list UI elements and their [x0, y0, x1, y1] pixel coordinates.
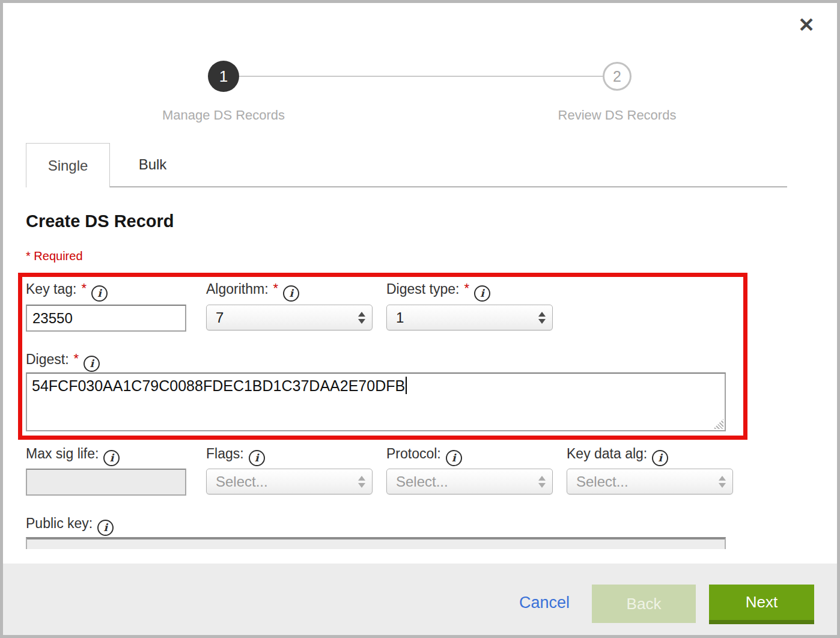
- digest-type-select[interactable]: 1: [386, 305, 553, 330]
- resize-handle-icon[interactable]: [713, 419, 723, 429]
- tabs-underline: [26, 186, 787, 187]
- algorithm-label: Algorithm:*i: [206, 281, 299, 302]
- select-stepper-icon: [532, 312, 552, 324]
- protocol-label-text: Protocol:: [386, 446, 441, 461]
- digest-textarea[interactable]: 54FCF030AA1C79C0088FDEC1BD1C37DAA2E70DFB: [26, 372, 726, 431]
- page-title: Create DS Record: [26, 211, 174, 231]
- info-icon[interactable]: i: [446, 450, 462, 466]
- step-2-indicator: 2: [603, 62, 632, 91]
- cancel-button[interactable]: Cancel: [519, 594, 570, 612]
- text-cursor: [406, 377, 407, 394]
- key-tag-input[interactable]: [26, 305, 186, 332]
- flags-select-value: Select...: [207, 473, 352, 490]
- info-icon[interactable]: i: [84, 356, 100, 372]
- protocol-label: Protocol:i: [386, 446, 462, 466]
- digest-type-select-value: 1: [387, 309, 532, 326]
- key-tag-label: Key tag:*i: [26, 281, 108, 302]
- algorithm-select-value: 7: [207, 309, 352, 326]
- required-asterisk: *: [464, 281, 469, 296]
- key-data-alg-label: Key data alg:i: [567, 446, 668, 466]
- digest-label: Digest:*i: [26, 351, 100, 372]
- key-data-alg-label-text: Key data alg:: [567, 446, 647, 461]
- select-stepper-icon: [532, 476, 552, 488]
- max-sig-life-label: Max sig life:i: [26, 446, 120, 466]
- close-icon[interactable]: ✕: [794, 13, 818, 37]
- required-asterisk: *: [81, 281, 87, 296]
- required-note: * Required: [26, 249, 83, 263]
- max-sig-life-input: [26, 469, 186, 496]
- key-data-alg-select[interactable]: Select...: [567, 469, 733, 494]
- select-stepper-icon: [712, 476, 732, 488]
- info-icon[interactable]: i: [652, 450, 668, 466]
- digest-label-text: Digest:: [26, 351, 69, 367]
- public-key-label: Public key:i: [26, 515, 114, 536]
- algorithm-select[interactable]: 7: [206, 305, 373, 330]
- select-stepper-icon: [352, 476, 372, 488]
- tab-bulk[interactable]: Bulk: [111, 143, 195, 186]
- back-button[interactable]: Back: [592, 585, 696, 623]
- max-sig-life-label-text: Max sig life:: [26, 446, 99, 461]
- public-key-label-text: Public key:: [26, 515, 93, 531]
- step-2-label: Review DS Records: [527, 108, 707, 123]
- step-1-label: Manage DS Records: [133, 108, 314, 123]
- next-button[interactable]: Next: [709, 585, 814, 624]
- digest-type-label-text: Digest type:: [386, 281, 459, 297]
- tab-single[interactable]: Single: [26, 143, 110, 187]
- create-ds-record-modal: ✕ 1 2 Manage DS Records Review DS Record…: [0, 0, 840, 638]
- key-tag-label-text: Key tag:: [26, 281, 76, 297]
- info-icon[interactable]: i: [103, 450, 120, 466]
- digest-type-label: Digest type:*i: [386, 281, 490, 302]
- flags-label: Flags:i: [206, 446, 265, 466]
- algorithm-label-text: Algorithm:: [206, 281, 269, 297]
- digest-value: 54FCF030AA1C79C0088FDEC1BD1C37DAA2E70DFB: [32, 377, 405, 394]
- protocol-select[interactable]: Select...: [386, 469, 553, 494]
- required-asterisk: *: [74, 351, 79, 366]
- info-icon[interactable]: i: [91, 285, 108, 302]
- stepper-connector-line: [239, 76, 603, 77]
- required-asterisk: *: [273, 281, 279, 296]
- step-1-indicator: 1: [208, 61, 239, 92]
- protocol-select-value: Select...: [387, 473, 532, 490]
- flags-select[interactable]: Select...: [206, 469, 373, 494]
- info-icon[interactable]: i: [474, 285, 490, 302]
- info-icon[interactable]: i: [249, 450, 265, 466]
- select-stepper-icon: [352, 312, 372, 324]
- info-icon[interactable]: i: [97, 520, 114, 536]
- public-key-textarea: [26, 537, 726, 549]
- flags-label-text: Flags:: [206, 446, 244, 461]
- info-icon[interactable]: i: [283, 285, 299, 302]
- key-data-alg-select-value: Select...: [567, 473, 712, 490]
